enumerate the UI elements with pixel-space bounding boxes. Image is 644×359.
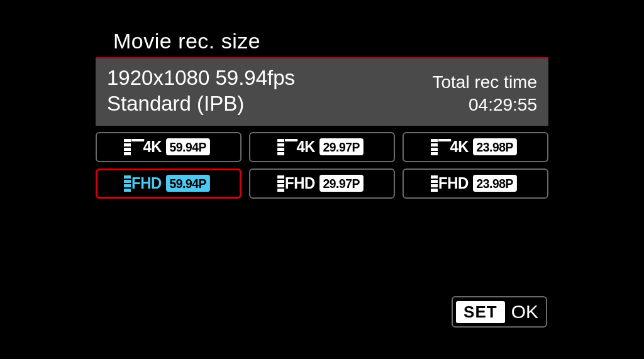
- current-setting-text: 1920x1080 59.94fps Standard (IPB): [107, 65, 295, 117]
- resolution-badge: 4K: [124, 138, 164, 156]
- option-4k-23.98p[interactable]: 4K23.98P: [402, 132, 548, 162]
- option-fhd-23.98p[interactable]: FHD23.98P: [402, 168, 548, 199]
- rec-time-label: Total rec time: [433, 71, 538, 94]
- resolution-label: 4K: [131, 137, 162, 157]
- film-icon: [431, 175, 438, 192]
- resolution-badge: FHD: [431, 175, 471, 192]
- film-icon: [124, 139, 131, 155]
- info-panel: 1920x1080 59.94fps Standard (IPB) Total …: [96, 58, 548, 126]
- fps-badge: 59.94P: [166, 138, 210, 155]
- resolution-badge: FHD: [277, 175, 318, 192]
- resolution-label: FHD: [285, 174, 315, 193]
- set-ok-button[interactable]: SET OK: [452, 296, 547, 328]
- fps-badge: 23.98P: [473, 175, 517, 192]
- option-fhd-29.97p[interactable]: FHD29.97P: [249, 168, 395, 199]
- rec-time-block: Total rec time 04:29:55: [433, 71, 538, 117]
- fps-badge: 29.97P: [319, 175, 364, 192]
- fps-badge: 29.97P: [319, 138, 364, 155]
- fps-badge: 23.98P: [473, 138, 517, 155]
- option-4k-59.94p[interactable]: 4K59.94P: [96, 132, 242, 162]
- set-badge: SET: [456, 301, 505, 323]
- resolution-badge: 4K: [277, 138, 318, 156]
- resolution-fps-text: 1920x1080 59.94fps: [107, 65, 295, 91]
- option-grid: 4K59.94P4K29.97P4K23.98PFHD59.94PFHD29.9…: [96, 132, 548, 199]
- compression-text: Standard (IPB): [107, 91, 295, 116]
- option-4k-29.97p[interactable]: 4K29.97P: [249, 132, 395, 162]
- resolution-label: FHD: [438, 174, 469, 193]
- resolution-label: 4K: [438, 137, 469, 157]
- resolution-badge: FHD: [124, 175, 164, 192]
- resolution-badge: 4K: [431, 138, 471, 156]
- page-title: Movie rec. size: [96, 29, 548, 57]
- fps-badge: 59.94P: [166, 175, 210, 192]
- rec-time-value: 04:29:55: [433, 94, 538, 116]
- film-icon: [124, 175, 131, 192]
- ok-label: OK: [511, 301, 538, 323]
- option-fhd-59.94p[interactable]: FHD59.94P: [96, 168, 242, 199]
- film-icon: [277, 175, 284, 192]
- resolution-label: 4K: [285, 137, 315, 157]
- resolution-label: FHD: [131, 174, 162, 193]
- film-icon: [431, 139, 438, 155]
- film-icon: [277, 139, 284, 155]
